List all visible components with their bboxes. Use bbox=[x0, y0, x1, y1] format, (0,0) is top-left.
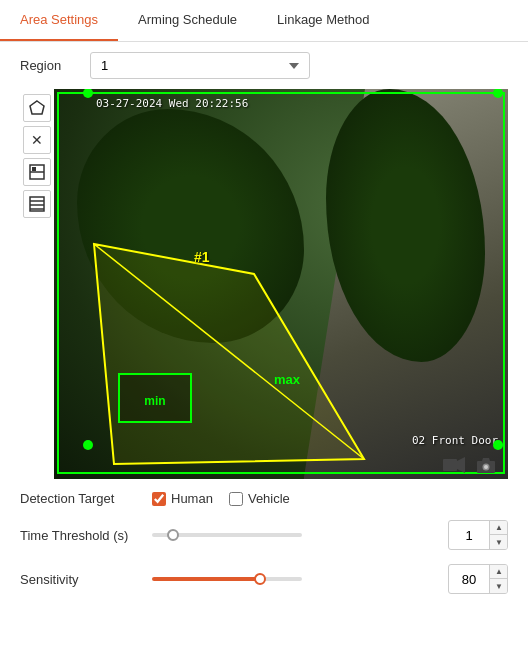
photo-camera-icon[interactable] bbox=[474, 456, 498, 474]
vehicle-checkbox-item[interactable]: Vehicle bbox=[229, 491, 290, 506]
camera-label: 02 Front Door bbox=[412, 434, 498, 447]
corner-dot-br bbox=[493, 440, 503, 450]
time-threshold-spinners: ▲ ▼ bbox=[489, 521, 508, 549]
polygon-tool-button[interactable] bbox=[23, 94, 51, 122]
tab-linkage-method[interactable]: Linkage Method bbox=[257, 0, 390, 41]
clear-tool-button[interactable]: ✕ bbox=[23, 126, 51, 154]
sensitivity-track bbox=[152, 577, 302, 581]
sensitivity-slider-container bbox=[152, 577, 436, 581]
time-threshold-input[interactable] bbox=[449, 525, 489, 546]
tab-area-settings[interactable]: Area Settings bbox=[0, 0, 118, 41]
camera-view: 03-27-2024 Wed 20:22:56 02 Front Door mi… bbox=[54, 89, 508, 479]
tab-bar: Area Settings Arming Schedule Linkage Me… bbox=[0, 0, 528, 42]
grid-tool-button[interactable] bbox=[23, 158, 51, 186]
svg-rect-14 bbox=[443, 459, 457, 471]
video-camera-icon[interactable] bbox=[442, 456, 466, 474]
time-threshold-down-button[interactable]: ▼ bbox=[490, 535, 508, 549]
detection-target-label: Detection Target bbox=[20, 491, 140, 506]
detection-number-label: #1 bbox=[194, 249, 210, 265]
camera-container: ✕ bbox=[20, 89, 508, 479]
detection-target-row: Detection Target Human Vehicle bbox=[20, 491, 508, 506]
time-threshold-thumb[interactable] bbox=[167, 529, 179, 541]
sensitivity-down-button[interactable]: ▼ bbox=[490, 579, 508, 593]
time-threshold-row: Time Threshold (s) ▲ ▼ bbox=[20, 520, 508, 550]
grid2-tool-button[interactable] bbox=[23, 190, 51, 218]
region-label: Region bbox=[20, 58, 80, 73]
bottom-controls: Detection Target Human Vehicle Time Thre… bbox=[0, 479, 528, 606]
region-row: Region 1 2 3 4 bbox=[0, 42, 528, 89]
time-threshold-input-wrapper: ▲ ▼ bbox=[448, 520, 508, 550]
sensitivity-row: Sensitivity ▲ ▼ bbox=[20, 564, 508, 594]
time-threshold-up-button[interactable]: ▲ bbox=[490, 521, 508, 535]
time-threshold-slider-container bbox=[152, 533, 436, 537]
detection-target-checkboxes: Human Vehicle bbox=[152, 491, 290, 506]
time-threshold-label: Time Threshold (s) bbox=[20, 528, 140, 543]
region-select[interactable]: 1 2 3 4 bbox=[90, 52, 310, 79]
vehicle-checkbox[interactable] bbox=[229, 492, 243, 506]
svg-point-17 bbox=[484, 465, 488, 469]
sensitivity-up-button[interactable]: ▲ bbox=[490, 565, 508, 579]
clear-icon: ✕ bbox=[31, 132, 43, 148]
human-checkbox-item[interactable]: Human bbox=[152, 491, 213, 506]
time-threshold-track bbox=[152, 533, 302, 537]
camera-tools: ✕ bbox=[20, 89, 54, 479]
sensitivity-input-wrapper: ▲ ▼ bbox=[448, 564, 508, 594]
tab-arming-schedule[interactable]: Arming Schedule bbox=[118, 0, 257, 41]
human-label: Human bbox=[171, 491, 213, 506]
svg-marker-15 bbox=[457, 457, 465, 473]
human-checkbox[interactable] bbox=[152, 492, 166, 506]
svg-rect-3 bbox=[32, 167, 36, 171]
sensitivity-label: Sensitivity bbox=[20, 572, 140, 587]
sensitivity-thumb[interactable] bbox=[254, 573, 266, 585]
svg-marker-0 bbox=[30, 101, 44, 114]
corner-dot-bl bbox=[83, 440, 93, 450]
camera-bottom-icons bbox=[442, 456, 498, 474]
sensitivity-input[interactable] bbox=[449, 569, 489, 590]
timestamp: 03-27-2024 Wed 20:22:56 bbox=[96, 97, 248, 110]
vehicle-label: Vehicle bbox=[248, 491, 290, 506]
sensitivity-spinners: ▲ ▼ bbox=[489, 565, 508, 593]
